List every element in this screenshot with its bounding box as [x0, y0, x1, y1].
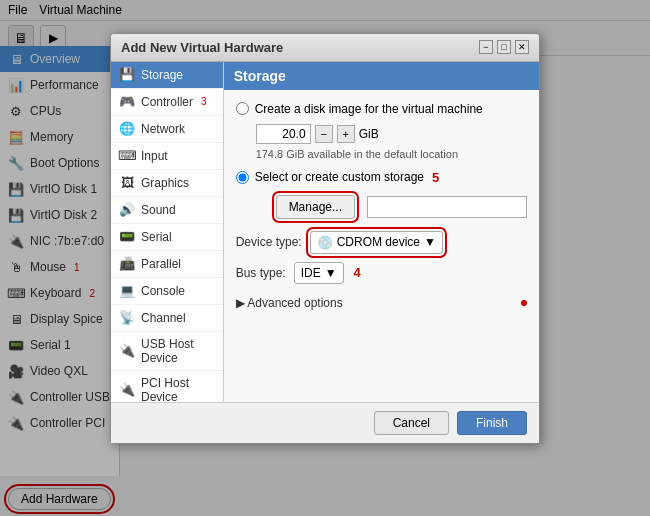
- create-disk-label: Create a disk image for the virtual mach…: [255, 102, 483, 116]
- bus-type-dropdown-icon: ▼: [325, 266, 337, 280]
- device-type-select[interactable]: 💿 CDROM device ▼: [310, 231, 443, 254]
- hw-label-controller: Controller: [141, 95, 193, 109]
- hw-item-channel[interactable]: 📡 Channel: [111, 305, 223, 332]
- bus-type-select[interactable]: IDE ▼: [294, 262, 344, 284]
- advanced-options-row[interactable]: ▶ Advanced options: [236, 296, 527, 310]
- manage-row: Manage...: [256, 195, 527, 219]
- controller-icon: 🎮: [119, 94, 135, 110]
- dialog-body: 💾 Storage 🎮 Controller 3 🌐 Network ⌨ Inp…: [111, 62, 539, 402]
- hw-label-pci-host: PCI Host Device: [141, 376, 215, 402]
- bus-type-label: Bus type:: [236, 266, 286, 280]
- storage-icon: 💾: [119, 67, 135, 83]
- custom-storage-radio[interactable]: [236, 171, 249, 184]
- dialog-footer: Cancel Finish: [111, 402, 539, 443]
- create-disk-radio[interactable]: [236, 102, 249, 115]
- device-type-dropdown-icon: ▼: [424, 235, 436, 249]
- hw-item-input[interactable]: ⌨ Input: [111, 143, 223, 170]
- hw-label-usb-host: USB Host Device: [141, 337, 215, 365]
- hw-label-channel: Channel: [141, 311, 186, 325]
- usb-host-icon: 🔌: [119, 343, 135, 359]
- pci-host-icon: 🔌: [119, 382, 135, 398]
- size-input[interactable]: [256, 124, 311, 144]
- channel-icon: 📡: [119, 310, 135, 326]
- cdrom-icon: 💿: [317, 235, 333, 250]
- size-row: − + GiB: [256, 124, 527, 144]
- network-icon: 🌐: [119, 121, 135, 137]
- hw-label-parallel: Parallel: [141, 257, 181, 271]
- custom-storage-radio-row: Select or create custom storage 5: [236, 170, 527, 185]
- hw-label-network: Network: [141, 122, 185, 136]
- create-disk-radio-row: Create a disk image for the virtual mach…: [236, 102, 527, 116]
- hw-item-sound[interactable]: 🔊 Sound: [111, 197, 223, 224]
- maximize-button[interactable]: □: [497, 40, 511, 54]
- storage-section-title: Storage: [224, 62, 539, 90]
- hw-label-storage: Storage: [141, 68, 183, 82]
- annotation-5: 5: [432, 170, 439, 185]
- bus-type-value: IDE: [301, 266, 321, 280]
- minimize-button[interactable]: −: [479, 40, 493, 54]
- dialog-overlay: Add New Virtual Hardware − □ ✕ 💾 Storage…: [0, 0, 650, 516]
- manage-path-input[interactable]: [367, 196, 527, 218]
- input-icon: ⌨: [119, 148, 135, 164]
- hw-serial-icon: 📟: [119, 229, 135, 245]
- dialog-window-controls: − □ ✕: [479, 40, 529, 54]
- size-unit-label: GiB: [359, 127, 379, 141]
- hw-label-input: Input: [141, 149, 168, 163]
- hw-label-console: Console: [141, 284, 185, 298]
- available-text: 174.8 GiB available in the default locat…: [256, 148, 527, 160]
- hw-item-storage[interactable]: 💾 Storage: [111, 62, 223, 89]
- graphics-icon: 🖼: [119, 175, 135, 191]
- manage-button[interactable]: Manage...: [276, 195, 355, 219]
- custom-storage-label: Select or create custom storage: [255, 170, 424, 184]
- finish-button[interactable]: Finish: [457, 411, 527, 435]
- size-decrease-button[interactable]: −: [315, 125, 333, 143]
- dialog-right-panel: Storage Create a disk image for the virt…: [224, 62, 539, 402]
- hw-item-network[interactable]: 🌐 Network: [111, 116, 223, 143]
- sound-icon: 🔊: [119, 202, 135, 218]
- hw-item-usb-host[interactable]: 🔌 USB Host Device: [111, 332, 223, 371]
- controller-badge: 3: [201, 96, 207, 107]
- bus-type-row: Bus type: IDE ▼ 4: [236, 262, 527, 284]
- hw-label-serial: Serial: [141, 230, 172, 244]
- dialog-left-panel: 💾 Storage 🎮 Controller 3 🌐 Network ⌨ Inp…: [111, 62, 224, 402]
- parallel-icon: 📠: [119, 256, 135, 272]
- annotation-4: 4: [354, 265, 361, 280]
- add-hardware-dialog: Add New Virtual Hardware − □ ✕ 💾 Storage…: [110, 33, 540, 444]
- hw-item-serial[interactable]: 📟 Serial: [111, 224, 223, 251]
- hw-item-console[interactable]: 💻 Console: [111, 278, 223, 305]
- size-increase-button[interactable]: +: [337, 125, 355, 143]
- cancel-button[interactable]: Cancel: [374, 411, 449, 435]
- advanced-options-label: ▶ Advanced options: [236, 296, 343, 310]
- red-dot-indicator: [521, 300, 527, 306]
- dialog-titlebar: Add New Virtual Hardware − □ ✕: [111, 34, 539, 62]
- device-type-value: CDROM device: [337, 235, 420, 249]
- hw-label-graphics: Graphics: [141, 176, 189, 190]
- device-type-row: Device type: 💿 CDROM device ▼: [236, 231, 527, 254]
- device-type-label: Device type:: [236, 235, 302, 249]
- hw-item-controller[interactable]: 🎮 Controller 3: [111, 89, 223, 116]
- close-button[interactable]: ✕: [515, 40, 529, 54]
- hw-item-graphics[interactable]: 🖼 Graphics: [111, 170, 223, 197]
- hw-item-parallel[interactable]: 📠 Parallel: [111, 251, 223, 278]
- hw-label-sound: Sound: [141, 203, 176, 217]
- console-icon: 💻: [119, 283, 135, 299]
- dialog-title: Add New Virtual Hardware: [121, 40, 283, 55]
- hw-item-pci-host[interactable]: 🔌 PCI Host Device: [111, 371, 223, 402]
